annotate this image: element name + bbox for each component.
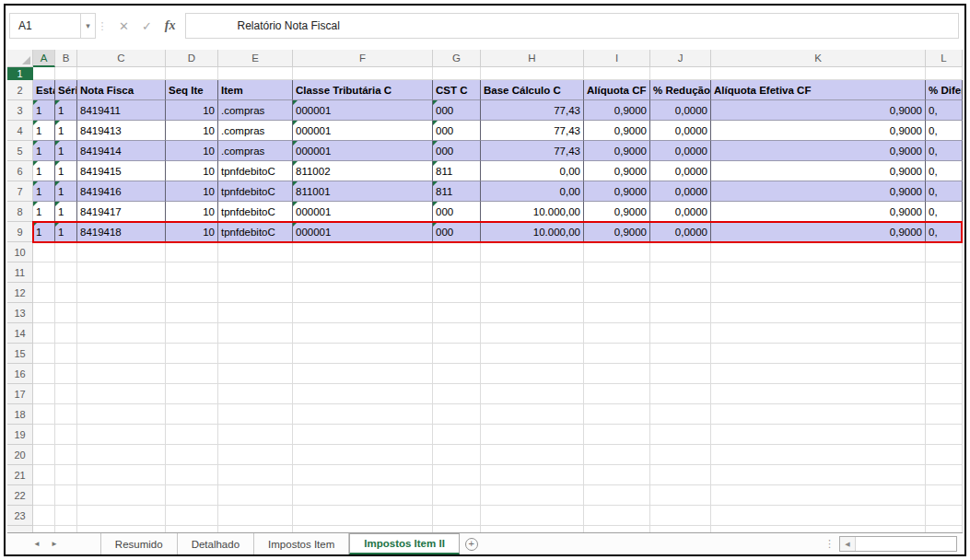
cell-D4[interactable]: 10 xyxy=(166,121,218,141)
cell-G5[interactable]: 000 xyxy=(433,141,481,161)
sheet-tab-impostos-item[interactable]: Impostos Item xyxy=(254,533,349,554)
cell-H4[interactable]: 77,43 xyxy=(481,121,584,141)
row-header-2[interactable]: 2 xyxy=(7,80,33,100)
cell-A3[interactable]: 1 xyxy=(33,100,55,121)
row-header-4[interactable]: 4 xyxy=(7,121,33,141)
sheet-tab-impostos-item-ii[interactable]: Impostos Item II xyxy=(349,533,460,554)
cell-K19[interactable] xyxy=(711,425,926,445)
cell-D13[interactable] xyxy=(166,303,218,323)
cell-I12[interactable] xyxy=(584,283,650,303)
cell-J21[interactable] xyxy=(650,465,711,485)
cell-H15[interactable] xyxy=(481,344,584,364)
cell-E20[interactable] xyxy=(218,445,293,465)
cell-I20[interactable] xyxy=(584,445,650,465)
cell-G6[interactable]: 811 xyxy=(433,161,481,181)
cell-F13[interactable] xyxy=(293,303,433,323)
cell-L7[interactable]: 0, xyxy=(926,181,963,202)
cell-L19[interactable] xyxy=(926,425,963,445)
cell-I18[interactable] xyxy=(584,404,650,425)
cell-G1[interactable] xyxy=(433,67,481,80)
cell-C13[interactable] xyxy=(77,303,166,323)
scrollbar-track[interactable] xyxy=(856,537,956,551)
cell-J14[interactable] xyxy=(650,323,711,344)
cell-K12[interactable] xyxy=(711,283,926,303)
cell-C22[interactable] xyxy=(77,485,166,506)
column-header-G[interactable]: G xyxy=(433,50,481,67)
cell-H23[interactable] xyxy=(481,506,584,526)
name-box[interactable]: A1 xyxy=(9,13,81,39)
cell-J20[interactable] xyxy=(650,445,711,465)
cell-L17[interactable] xyxy=(926,384,963,404)
cell-E8[interactable]: tpnfdebitoC xyxy=(218,202,293,222)
cell-J23[interactable] xyxy=(650,506,711,526)
cell-A12[interactable] xyxy=(33,283,55,303)
cell-I22[interactable] xyxy=(584,485,650,506)
cell-B5[interactable]: 1 xyxy=(55,141,77,161)
cell-K3[interactable]: 0,9000 xyxy=(711,100,926,121)
column-header-K[interactable]: K xyxy=(711,50,926,67)
cell-K6[interactable]: 0,9000 xyxy=(711,161,926,181)
cell-K10[interactable] xyxy=(711,242,926,262)
cell-A21[interactable] xyxy=(33,465,55,485)
row-header-24[interactable]: 24 xyxy=(7,526,33,532)
cell-G16[interactable] xyxy=(433,364,481,384)
cell-F9[interactable]: 000001 xyxy=(293,222,433,242)
cell-D10[interactable] xyxy=(166,242,218,262)
cell-C20[interactable] xyxy=(77,445,166,465)
cell-C10[interactable] xyxy=(77,242,166,262)
cell-E6[interactable]: tpnfdebitoC xyxy=(218,161,293,181)
cell-F24[interactable] xyxy=(293,526,433,532)
cell-J22[interactable] xyxy=(650,485,711,506)
cell-I16[interactable] xyxy=(584,364,650,384)
cell-F21[interactable] xyxy=(293,465,433,485)
cell-L9[interactable]: 0, xyxy=(926,222,963,242)
cell-C5[interactable]: 8419414 xyxy=(77,141,166,161)
row-header-23[interactable]: 23 xyxy=(7,506,33,526)
cell-B17[interactable] xyxy=(55,384,77,404)
cell-C7[interactable]: 8419416 xyxy=(77,181,166,202)
row-header-9[interactable]: 9 xyxy=(7,222,33,242)
cell-H21[interactable] xyxy=(481,465,584,485)
row-header-6[interactable]: 6 xyxy=(7,161,33,181)
cell-B14[interactable] xyxy=(55,323,77,344)
cell-A7[interactable]: 1 xyxy=(33,181,55,202)
cell-J8[interactable]: 0,0000 xyxy=(650,202,711,222)
insert-function-icon[interactable]: fx xyxy=(165,18,176,33)
scrollbar-resize-handle-icon[interactable]: ⋮ xyxy=(820,533,839,554)
cell-L12[interactable] xyxy=(926,283,963,303)
cell-A13[interactable] xyxy=(33,303,55,323)
cell-F10[interactable] xyxy=(293,242,433,262)
cell-D24[interactable] xyxy=(166,526,218,532)
cell-D11[interactable] xyxy=(166,262,218,283)
row-header-5[interactable]: 5 xyxy=(7,141,33,161)
cell-G12[interactable] xyxy=(433,283,481,303)
cell-F6[interactable]: 811002 xyxy=(293,161,433,181)
cell-L16[interactable] xyxy=(926,364,963,384)
cell-B18[interactable] xyxy=(55,404,77,425)
cancel-icon[interactable]: ✕ xyxy=(119,19,129,33)
cell-C21[interactable] xyxy=(77,465,166,485)
cell-H13[interactable] xyxy=(481,303,584,323)
cell-B9[interactable]: 1 xyxy=(55,222,77,242)
cell-J15[interactable] xyxy=(650,344,711,364)
cell-L10[interactable] xyxy=(926,242,963,262)
cell-I10[interactable] xyxy=(584,242,650,262)
cell-K21[interactable] xyxy=(711,465,926,485)
column-header-J[interactable]: J xyxy=(650,50,711,67)
cell-B4[interactable]: 1 xyxy=(55,121,77,141)
cell-E15[interactable] xyxy=(218,344,293,364)
row-header-7[interactable]: 7 xyxy=(7,181,33,202)
cell-J17[interactable] xyxy=(650,384,711,404)
row-header-14[interactable]: 14 xyxy=(7,323,33,344)
cell-A22[interactable] xyxy=(33,485,55,506)
cell-H12[interactable] xyxy=(481,283,584,303)
cell-E11[interactable] xyxy=(218,262,293,283)
row-header-16[interactable]: 16 xyxy=(7,364,33,384)
cell-E3[interactable]: .compras xyxy=(218,100,293,121)
cell-I17[interactable] xyxy=(584,384,650,404)
cell-E12[interactable] xyxy=(218,283,293,303)
cell-E9[interactable]: tpnfdebitoC xyxy=(218,222,293,242)
cell-L11[interactable] xyxy=(926,262,963,283)
column-header-B[interactable]: B xyxy=(55,50,77,67)
column-header-C[interactable]: C xyxy=(77,50,166,67)
